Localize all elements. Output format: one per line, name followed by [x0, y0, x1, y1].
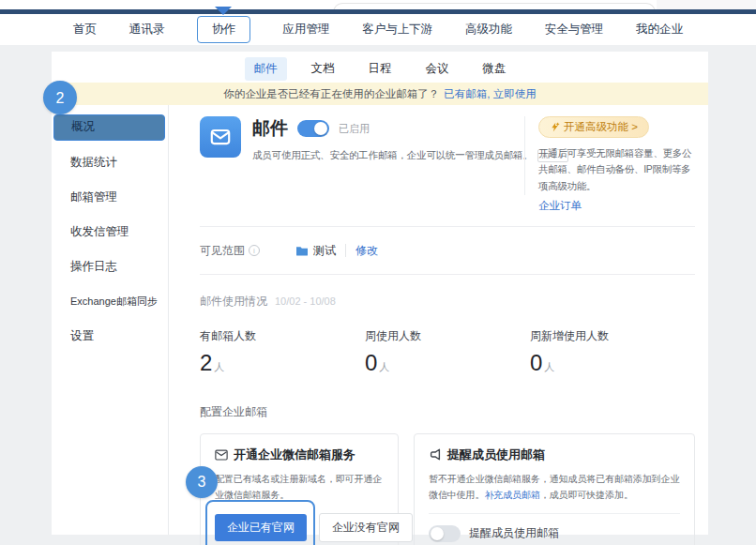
usage-section: 邮件使用情况 10/02 - 10/08 有邮箱人数 2人 周使用人数 0人 — [200, 294, 695, 376]
stat-label: 周使用人数 — [365, 328, 530, 344]
card-description: 配置已有域名或注册新域名，即可开通企业微信邮箱服务。 — [215, 471, 384, 504]
nav-item-collaboration[interactable]: 协作 — [197, 16, 250, 43]
card-divider — [429, 513, 680, 514]
scope-tag-label: 测试 — [313, 243, 336, 259]
stat-unit: 人 — [379, 361, 389, 372]
sidebar-item-send-receive[interactable]: 收发信管理 — [52, 220, 168, 245]
sidebar-item-mailbox-management[interactable]: 邮箱管理 — [52, 185, 168, 210]
remind-toggle-label: 提醒成员使用邮箱 — [469, 525, 559, 541]
nav-item-label: 协作 — [212, 23, 235, 36]
card-title: 开通企业微信邮箱服务 — [234, 447, 355, 463]
info-icon[interactable]: i — [249, 245, 260, 256]
sidebar-item-label: 概况 — [71, 120, 95, 133]
window-top-strip — [0, 0, 756, 9]
stat-label: 周新增使用人数 — [530, 328, 695, 344]
stat-weekly-active: 周使用人数 0人 — [365, 328, 530, 376]
tab-docs[interactable]: 文档 — [302, 57, 344, 81]
collab-subtabs: 邮件 文档 日程 会议 微盘 — [52, 52, 708, 83]
no-website-button[interactable]: 企业没有官网 — [319, 513, 413, 542]
notice-banner: 你的企业是否已经有正在使用的企业邮箱了？ 已有邮箱, 立即使用 — [52, 83, 708, 105]
enterprise-order-link[interactable]: 企业订单 — [538, 199, 582, 213]
premium-button-label: 开通高级功能 > — [564, 120, 638, 134]
mail-sidebar: 2 概况 数据统计 邮箱管理 收发信管理 操作日志 Exchange邮箱同步 设… — [52, 105, 169, 535]
spark-icon — [550, 122, 560, 132]
tab-calendar[interactable]: 日程 — [359, 57, 401, 81]
sidebar-item-operation-log[interactable]: 操作日志 — [52, 254, 168, 280]
stat-unit: 人 — [214, 361, 224, 372]
tab-drive[interactable]: 微盘 — [474, 57, 516, 81]
megaphone-icon — [429, 448, 442, 461]
mail-enabled-toggle[interactable] — [297, 120, 329, 137]
modify-scope-link[interactable]: 修改 — [355, 243, 378, 259]
nav-item-customers[interactable]: 客户与上下游 — [362, 22, 432, 38]
sidebar-item-settings[interactable]: 设置 — [52, 324, 168, 349]
mail-status-text: 已启用 — [339, 122, 370, 136]
tab-meeting[interactable]: 会议 — [416, 57, 459, 81]
banner-text: 你的企业是否已经有正在使用的企业邮箱了？ — [223, 87, 439, 101]
nav-item-advanced[interactable]: 高级功能 — [465, 22, 512, 38]
active-tab-pointer-icon — [215, 7, 232, 15]
premium-panel: 开通高级功能 > 开通后可享受无限邮箱容量、更多公共邮箱、邮件自动备份、IP限制… — [538, 116, 700, 213]
mail-header-left: 邮件 已启用 成员可使用正式、安全的工作邮箱，企业可以统一管理成员邮箱。API … — [200, 116, 511, 213]
mail-header-main: 邮件 已启用 成员可使用正式、安全的工作邮箱，企业可以统一管理成员邮箱。API … — [252, 116, 511, 213]
card-title: 提醒成员使用邮箱 — [447, 447, 545, 463]
nav-item-security[interactable]: 安全与管理 — [545, 22, 604, 38]
banner-link[interactable]: 已有邮箱, 立即使用 — [444, 87, 536, 101]
envelope-icon — [208, 125, 233, 149]
nav-item-home[interactable]: 首页 — [73, 22, 97, 38]
stat-value: 2 — [200, 350, 212, 375]
supplement-mailbox-link[interactable]: 补充成员邮箱 — [484, 490, 539, 500]
nav-item-my-company[interactable]: 我的企业 — [636, 22, 683, 38]
toggle-knob — [314, 122, 327, 135]
envelope-outline-icon — [215, 449, 228, 461]
usage-title: 邮件使用情况 — [200, 294, 267, 310]
sidebar-item-overview[interactable]: 2 概况 — [53, 114, 165, 141]
has-website-button[interactable]: 企业已有官网 — [215, 514, 307, 541]
scope-tag: 测试 — [295, 243, 336, 259]
nav-item-contacts[interactable]: 通讯录 — [129, 22, 165, 38]
stat-unit: 人 — [544, 361, 554, 372]
visible-range-row: 可见范围 i 测试 修改 — [200, 227, 695, 274]
mail-overview-content: 邮件 已启用 成员可使用正式、安全的工作邮箱，企业可以统一管理成员邮箱。API … — [200, 105, 695, 545]
step-3-badge: 3 — [186, 466, 218, 498]
config-section: 配置企业邮箱 开通企业微信邮箱服务 配置已有域名或注册新域名，即可开通企业微信邮… — [200, 404, 695, 545]
open-mailbox-card: 开通企业微信邮箱服务 配置已有域名或注册新域名，即可开通企业微信邮箱服务。 3 … — [200, 433, 399, 545]
config-section-title: 配置企业邮箱 — [200, 404, 695, 420]
page-title: 邮件 — [252, 116, 288, 141]
mail-header: 邮件 已启用 成员可使用正式、安全的工作邮箱，企业可以统一管理成员邮箱。API … — [200, 116, 695, 213]
mail-description: 成员可使用正式、安全的工作邮箱，企业可以统一管理成员邮箱。 — [252, 149, 533, 160]
scope-separator — [345, 244, 346, 257]
toggle-knob — [431, 527, 444, 540]
stat-value: 0 — [530, 350, 542, 375]
section-divider — [200, 274, 695, 275]
mail-app-icon — [200, 116, 241, 158]
premium-upgrade-button[interactable]: 开通高级功能 > — [538, 116, 649, 138]
visible-range-label: 可见范围 — [200, 243, 245, 259]
header-divider — [524, 116, 525, 195]
main-panel: 邮件 文档 日程 会议 微盘 你的企业是否已经有正在使用的企业邮箱了？ 已有邮箱… — [52, 52, 708, 535]
stat-mailbox-members: 有邮箱人数 2人 — [200, 328, 365, 376]
folder-icon — [295, 245, 309, 256]
premium-description: 开通后可享受无限邮箱容量、更多公共邮箱、邮件自动备份、IP限制等多项高级功能。 — [538, 145, 700, 194]
card-description-after: ，成员即可快捷添加。 — [540, 490, 633, 500]
top-navigation: 首页 通讯录 协作 应用管理 客户与上下游 高级功能 安全与管理 我的企业 — [0, 14, 756, 45]
stat-value: 0 — [365, 350, 377, 375]
tab-mail[interactable]: 邮件 — [245, 57, 287, 81]
stat-weekly-new: 周新增使用人数 0人 — [530, 328, 695, 376]
usage-date-range: 10/02 - 10/08 — [275, 295, 336, 307]
stat-label: 有邮箱人数 — [200, 328, 365, 344]
remind-members-card: 提醒成员使用邮箱 暂不开通企业微信邮箱服务，通知成员将已有邮箱添加到企业微信中使… — [414, 433, 695, 545]
step-2-badge: 2 — [43, 81, 77, 114]
sidebar-item-statistics[interactable]: 数据统计 — [52, 150, 168, 175]
window-shade — [657, 0, 756, 9]
nav-item-app-management[interactable]: 应用管理 — [283, 22, 330, 38]
remind-members-toggle[interactable] — [429, 525, 461, 542]
sidebar-item-exchange-sync[interactable]: Exchange邮箱同步 — [52, 289, 168, 314]
